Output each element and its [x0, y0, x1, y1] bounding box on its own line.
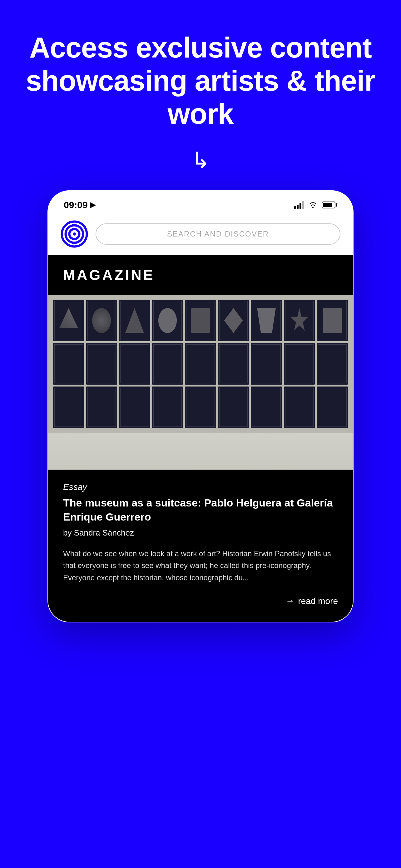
read-more-label: read more — [298, 596, 338, 606]
search-placeholder: SEARCH AND DISCOVER — [167, 230, 269, 239]
status-time: 09:09 ▶ — [64, 200, 96, 210]
search-bar[interactable]: SEARCH AND DISCOVER — [96, 223, 340, 245]
read-more-button[interactable]: → read more — [63, 596, 338, 606]
app-logo[interactable] — [61, 220, 88, 248]
read-more-arrow-icon: → — [286, 596, 294, 606]
magazine-hero-image — [48, 294, 353, 470]
scroll-arrow: ↳ — [191, 149, 210, 172]
article-author: by Sandra Sánchez — [63, 528, 338, 538]
article-title: The museum as a suitcase: Pablo Helguera… — [63, 496, 338, 523]
hero-title: Access exclusive content showcasing arti… — [0, 0, 401, 149]
phone-mockup: 09:09 ▶ — [47, 190, 354, 622]
status-bar: 09:09 ▶ — [48, 191, 353, 215]
location-arrow-icon: ▶ — [90, 201, 96, 209]
app-header: SEARCH AND DISCOVER — [48, 215, 353, 255]
magazine-header: MAGAZINE — [48, 255, 353, 294]
status-icons — [294, 201, 337, 209]
time-display: 09:09 — [64, 200, 88, 210]
article-content: Essay The museum as a suitcase: Pablo He… — [48, 470, 353, 622]
article-category: Essay — [63, 482, 338, 492]
wifi-icon — [308, 202, 317, 208]
svg-point-4 — [73, 232, 76, 236]
article-body: What do we see when we look at a work of… — [63, 548, 338, 584]
battery-icon — [322, 202, 337, 208]
svg-point-0 — [312, 207, 313, 208]
signal-icon — [294, 201, 304, 209]
gallery-floor — [48, 433, 353, 470]
magazine-label: MAGAZINE — [63, 267, 338, 283]
